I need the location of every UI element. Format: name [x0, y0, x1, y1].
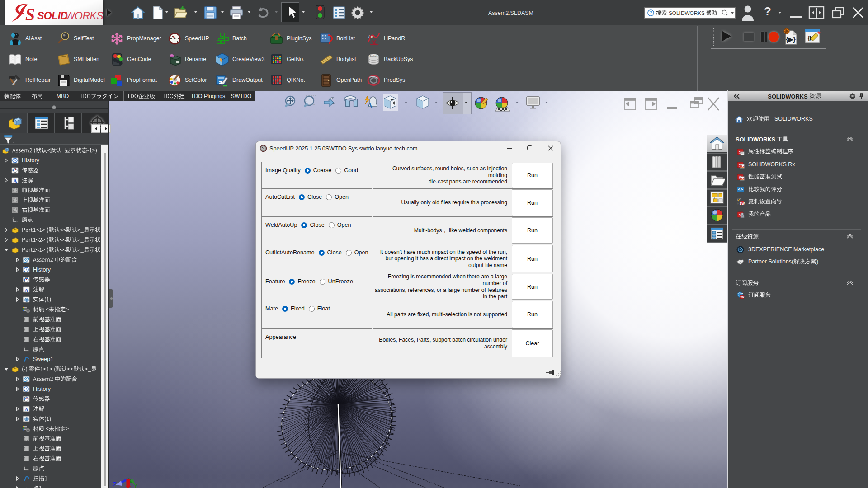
svg-text:A: A — [367, 101, 373, 110]
svg-text:A: A — [14, 178, 17, 183]
svg-text:WORKS: WORKS — [65, 10, 103, 22]
svg-text:Rx: Rx — [740, 164, 745, 169]
svg-text:BackUp: BackUp — [370, 55, 378, 57]
svg-text:SOLID: SOLID — [37, 10, 67, 22]
svg-text:SW: SW — [740, 295, 745, 298]
svg-text:?: ? — [650, 10, 652, 15]
svg-text:{▶}: {▶} — [786, 36, 796, 43]
svg-text:SW: SW — [740, 202, 745, 205]
svg-text:Lx: Lx — [368, 34, 373, 39]
svg-text:Rx: Rx — [740, 177, 745, 181]
svg-text:S: S — [25, 5, 35, 24]
svg-text:A: A — [25, 407, 28, 412]
svg-text:A: A — [25, 287, 28, 293]
